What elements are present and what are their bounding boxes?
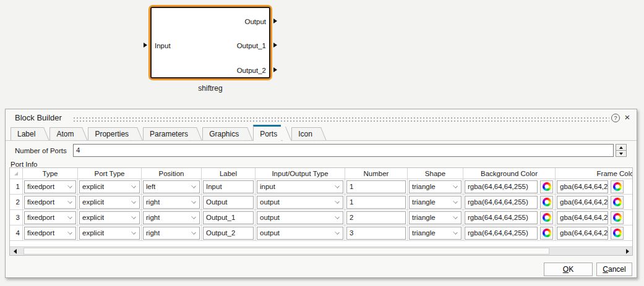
cancel-button[interactable]: Cancel	[596, 263, 632, 276]
type-select[interactable]: fixedport	[24, 180, 76, 193]
spinner-up-button[interactable]	[616, 144, 627, 151]
shape-select[interactable]: triangle	[409, 227, 462, 240]
output-port-arrow-icon[interactable]	[273, 19, 277, 23]
tab-graphics[interactable]: Graphics	[202, 127, 243, 140]
column-header-io-type[interactable]: Input/Output Type	[255, 168, 345, 179]
chevron-down-icon	[191, 183, 196, 188]
horizontal-scrollbar[interactable]	[10, 246, 632, 255]
io-type-select[interactable]: output	[257, 227, 343, 240]
dialog-title: Block Builder	[15, 113, 62, 122]
position-select[interactable]: left	[143, 180, 200, 193]
output-2-port-arrow-icon[interactable]	[273, 67, 277, 72]
frame-color-picker-button[interactable]	[611, 227, 624, 240]
chevron-down-icon	[453, 199, 458, 204]
help-icon[interactable]: ?	[611, 114, 620, 122]
color-wheel-icon	[613, 182, 622, 191]
tab-properties[interactable]: Properties	[88, 127, 132, 140]
background-color-input[interactable]: rgba(64,64,64,255)	[465, 211, 538, 224]
table-corner-cell[interactable]	[10, 168, 23, 179]
number-input[interactable]: 2	[346, 211, 406, 224]
chevron-down-icon	[131, 183, 136, 188]
label-input[interactable]: Input	[203, 180, 254, 193]
dot-pattern	[74, 120, 609, 122]
position-select[interactable]: right	[143, 196, 200, 209]
row-header[interactable]: 3	[10, 210, 23, 225]
type-select[interactable]: fixedport	[24, 196, 76, 209]
label-input[interactable]: Output	[203, 196, 254, 209]
column-header-frame-color[interactable]: Frame Color	[556, 168, 633, 179]
background-color-input[interactable]: rgba(64,64,64,255)	[465, 227, 538, 240]
label-input[interactable]: Output_1	[203, 211, 254, 224]
io-type-select[interactable]: output	[257, 211, 343, 224]
position-select[interactable]: right	[143, 227, 200, 240]
position-select[interactable]: right	[143, 211, 200, 224]
chevron-down-icon	[131, 199, 136, 204]
number-of-ports-input[interactable]: 4	[73, 144, 614, 157]
frame-color-picker-button[interactable]	[611, 180, 624, 193]
column-header-label[interactable]: Label	[202, 168, 255, 179]
background-color-picker-button[interactable]	[540, 196, 553, 209]
type-select[interactable]: fixedport	[24, 227, 76, 240]
column-header-number[interactable]: Number	[345, 168, 408, 179]
frame-color-input[interactable]: gba(64,64,64,255)	[557, 211, 608, 224]
scroll-left-button[interactable]	[10, 247, 20, 255]
ok-button[interactable]: OK	[544, 263, 593, 276]
background-color-picker-button[interactable]	[540, 227, 553, 240]
type-select[interactable]: fixedport	[24, 211, 76, 224]
tab-icon[interactable]: Icon	[291, 127, 316, 140]
titlebar-drag-handle[interactable]	[74, 117, 609, 124]
chevron-down-icon	[131, 214, 136, 219]
close-icon[interactable]: ×	[622, 112, 632, 123]
chevron-down-icon	[453, 214, 458, 219]
row-header[interactable]: 1	[10, 179, 23, 195]
port-type-select[interactable]: explicit	[79, 211, 140, 224]
shape-select[interactable]: triangle	[409, 196, 462, 209]
background-color-picker-button[interactable]	[540, 211, 553, 224]
column-header-type[interactable]: Type	[23, 168, 78, 179]
block-builder-dialog: Block Builder ? × Label Atom Properties …	[5, 109, 637, 278]
output-1-port-arrow-icon[interactable]	[273, 43, 277, 48]
tab-parameters[interactable]: Parameters	[143, 127, 192, 140]
chevron-down-icon	[453, 183, 458, 188]
tab-ports[interactable]: Ports	[253, 125, 281, 141]
color-wheel-icon	[613, 198, 622, 206]
port-type-select[interactable]: explicit	[79, 196, 140, 209]
shiftreg-block[interactable]: Input Output Output_1 Output_2 shiftreg	[148, 5, 272, 80]
spinner-down-button[interactable]	[616, 151, 627, 157]
frame-color-picker-button[interactable]	[611, 196, 624, 209]
column-header-shape[interactable]: Shape	[408, 168, 463, 179]
input-port-arrow-icon[interactable]	[144, 43, 147, 48]
number-input[interactable]: 3	[346, 227, 406, 240]
color-wheel-icon	[613, 229, 622, 237]
block-body[interactable]: Input Output Output_1 Output_2	[148, 5, 272, 80]
column-header-background-color[interactable]: Background Color	[463, 168, 556, 179]
scrollbar-thumb[interactable]	[24, 248, 549, 254]
io-type-select[interactable]: output	[257, 196, 343, 209]
io-type-select[interactable]: input	[257, 180, 343, 193]
number-of-ports-label: Number of Ports	[15, 147, 67, 154]
port-type-select[interactable]: explicit	[79, 180, 140, 193]
row-header[interactable]: 4	[10, 225, 23, 241]
background-color-input[interactable]: rgba(64,64,64,255)	[465, 180, 538, 193]
label-input[interactable]: Output_2	[203, 227, 254, 240]
dialog-titlebar[interactable]: Block Builder ? ×	[6, 109, 637, 125]
frame-color-input[interactable]: gba(64,64,64,255)	[557, 196, 608, 209]
frame-color-input[interactable]: gba(64,64,64,255)	[557, 227, 608, 240]
column-header-position[interactable]: Position	[142, 168, 202, 179]
color-wheel-icon	[613, 213, 622, 222]
column-header-port-type[interactable]: Port Type	[78, 168, 142, 179]
shape-select[interactable]: triangle	[409, 211, 462, 224]
number-input[interactable]: 1	[346, 180, 406, 193]
row-header[interactable]: 2	[10, 195, 23, 210]
background-color-picker-button[interactable]	[540, 180, 553, 193]
number-input[interactable]: 1	[346, 196, 406, 209]
port-type-select[interactable]: explicit	[79, 227, 140, 240]
frame-color-input[interactable]: gba(64,64,64,255)	[557, 180, 608, 193]
tab-label[interactable]: Label	[11, 127, 39, 140]
scroll-right-button[interactable]	[622, 247, 632, 255]
background-color-input[interactable]: rgba(64,64,64,255)	[465, 196, 538, 209]
color-wheel-icon	[543, 182, 551, 191]
tab-atom[interactable]: Atom	[49, 127, 77, 140]
shape-select[interactable]: triangle	[409, 180, 462, 193]
frame-color-picker-button[interactable]	[611, 211, 624, 224]
